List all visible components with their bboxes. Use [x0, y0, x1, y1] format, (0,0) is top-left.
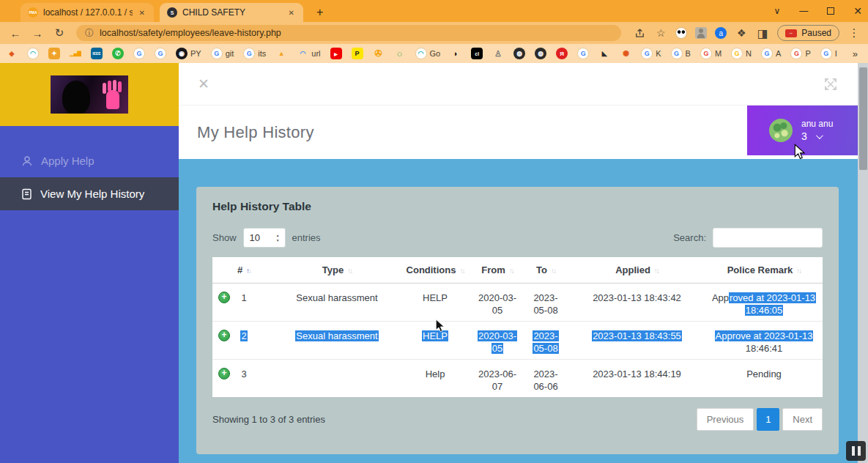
phpmyadmin-favicon: ▲	[275, 48, 287, 59]
close-tab-icon[interactable]: ✕	[138, 9, 146, 17]
table-row[interactable]: +3Help2023-06-072023-06-062023-01-13 18:…	[212, 359, 823, 397]
bookmark-item-google[interactable]: G	[155, 48, 166, 59]
next-page-button[interactable]: Next	[782, 408, 823, 431]
bookmark-item-closers[interactable]: cl	[471, 48, 483, 59]
cell-num: +3	[212, 359, 275, 397]
bookmark-item-phpmyadmin[interactable]: ▲	[275, 48, 287, 59]
google-m-favicon: G	[700, 48, 712, 59]
tab-search-icon[interactable]: ∨	[774, 6, 780, 16]
bookmark-item-person[interactable]: ♙	[492, 48, 504, 59]
bookmark-item-google-its[interactable]: Gits	[243, 48, 266, 59]
a-extension-icon[interactable]: a	[715, 27, 727, 39]
chevron-down-icon[interactable]	[816, 132, 823, 139]
expand-row-button[interactable]: +	[218, 330, 230, 341]
bookmark-item-yandex[interactable]: Я	[556, 48, 568, 59]
column-header-num[interactable]: #↑↓	[212, 257, 275, 283]
column-header-to[interactable]: To↑↓	[523, 257, 568, 283]
minimize-button[interactable]: —	[799, 6, 808, 16]
entries-select[interactable]: 10 ▴▾	[243, 228, 286, 248]
bookmark-item-ieee[interactable]: IEEE	[91, 48, 103, 59]
table-header-row: #↑↓Type↑↓Conditions↑↓From↑↓To↑↓Applied↑↓…	[212, 257, 823, 283]
bookmark-item-analytics[interactable]: ▁▄▇	[70, 48, 81, 59]
column-header-remark[interactable]: Police Remark↑↓	[705, 257, 823, 283]
bookmark-item-google[interactable]: G	[133, 48, 145, 59]
sidebar-item-view-history[interactable]: View My Help History	[0, 177, 179, 210]
recording-pause-button[interactable]	[846, 441, 866, 461]
search-input[interactable]	[713, 228, 823, 248]
extensions-puzzle-icon[interactable]: ❖	[735, 26, 748, 40]
cell-num: +1	[212, 283, 275, 321]
bookmark-item-recorder[interactable]: ✇	[373, 48, 385, 59]
site-info-icon[interactable]: ⓘ	[85, 27, 94, 40]
browser-tab-phpmyadmin[interactable]: PMA localhost / 127.0.0.1 / safety / tbl…	[21, 3, 154, 22]
browser-toolbar: ← → ↻ ⓘ localhost/safety/employees/leave…	[0, 22, 868, 44]
sort-icon: ↑↓	[551, 267, 555, 275]
browser-tab-child-safety[interactable]: S CHILD SAFETY ✕	[160, 3, 303, 22]
bookmark-item-google[interactable]: G	[577, 48, 589, 59]
table-row[interactable]: +1Sexual harassmentHELP2020-03-052023-05…	[212, 283, 823, 321]
bookmark-item-google-a[interactable]: GA	[761, 48, 781, 59]
table-row[interactable]: +2Sexual harassmentHELP2020-03-052023-05…	[212, 321, 823, 359]
cell-cond: HELP	[398, 283, 472, 321]
previous-page-button[interactable]: Previous	[697, 408, 754, 431]
entries-select-value: 10	[250, 232, 260, 243]
select-stepper-icon: ▴▾	[277, 233, 279, 242]
bookmark-item-prime[interactable]: ◣	[598, 48, 610, 59]
column-header-from[interactable]: From↑↓	[472, 257, 523, 283]
reload-button[interactable]: ↻	[51, 26, 67, 40]
bookmark-item-godaddy[interactable]: ◠	[27, 48, 39, 59]
expand-row-button[interactable]: +	[218, 368, 230, 379]
bookmark-item-google-n[interactable]: GN	[731, 48, 752, 59]
bookmark-item-google-b[interactable]: GB	[671, 48, 691, 59]
fullscreen-expand-icon[interactable]	[823, 76, 839, 92]
bookmark-item-google-k[interactable]: GK	[641, 48, 661, 59]
split-screen-icon[interactable]: ◨	[756, 26, 769, 40]
bookmark-item-url-shortener[interactable]: ◠url	[297, 48, 320, 59]
address-bar[interactable]: ⓘ localhost/safety/employees/leave-histo…	[76, 25, 621, 41]
bookmark-item-google-m[interactable]: GM	[700, 48, 722, 59]
page-scrollbar[interactable]	[858, 63, 868, 463]
bookmark-item-google-p[interactable]: GP	[790, 48, 810, 59]
bookmark-item-bird[interactable]: ◗	[450, 48, 461, 59]
bookmarks-overflow-icon[interactable]: »	[848, 48, 862, 59]
help-history-card: Help History Table Show 10 ▴▾ entries Se…	[196, 187, 839, 454]
app-logo[interactable]	[0, 63, 179, 126]
bookmark-item-arrow[interactable]: ◆	[6, 48, 18, 59]
browser-menu-icon[interactable]: ⋮	[847, 26, 861, 40]
sidebar-toggle-close-icon[interactable]: ✕	[198, 75, 209, 92]
column-label: From	[481, 264, 505, 275]
bookmark-item-godaddy-go[interactable]: ◠Go	[415, 48, 441, 59]
expand-row-button[interactable]: +	[218, 292, 230, 303]
bookmark-item-google-git[interactable]: Ggit	[211, 48, 234, 59]
bookmark-item-ring[interactable]: ○	[394, 48, 406, 59]
google-favicon: G	[577, 48, 589, 59]
profile-extension-icon[interactable]	[695, 27, 707, 39]
yandex-favicon: Я	[556, 48, 568, 59]
bookmark-item-pastebin[interactable]: P	[352, 48, 363, 59]
panda-extension-icon[interactable]	[675, 27, 687, 39]
bookmark-item-eye[interactable]: ✺	[620, 48, 631, 59]
column-header-applied[interactable]: Applied↑↓	[568, 257, 705, 283]
scrollbar-thumb[interactable]	[859, 67, 867, 170]
new-tab-button[interactable]: +	[311, 6, 329, 22]
close-window-button[interactable]: ✕	[853, 5, 862, 17]
bookmark-item-google-i[interactable]: GI	[820, 48, 837, 59]
page-1-button[interactable]: 1	[757, 408, 779, 431]
bookmark-star-icon[interactable]: ☆	[654, 26, 667, 40]
forward-button[interactable]: →	[29, 27, 45, 40]
back-button[interactable]: ←	[7, 27, 23, 40]
maximize-button[interactable]	[827, 7, 834, 15]
column-header-type[interactable]: Type↑↓	[275, 257, 398, 283]
bookmark-item-github[interactable]: ◉PY	[176, 48, 201, 59]
bookmark-item-whatsapp[interactable]: ✆	[112, 48, 124, 59]
cell-cond: Help	[398, 359, 472, 397]
bookmark-item-globe[interactable]: ◍	[513, 48, 525, 59]
bookmark-item-camera[interactable]: ✦	[48, 48, 60, 59]
recorder-paused-pill[interactable]: ▪▪ Paused	[777, 25, 839, 41]
bookmark-item-youtube[interactable]: ▶	[330, 48, 342, 59]
sidebar-item-apply-help[interactable]: Apply Help	[0, 144, 179, 177]
close-tab-icon[interactable]: ✕	[287, 9, 296, 17]
share-icon[interactable]	[633, 26, 646, 40]
column-header-cond[interactable]: Conditions↑↓	[398, 257, 472, 283]
bookmark-item-globe[interactable]: ◍	[535, 48, 546, 59]
